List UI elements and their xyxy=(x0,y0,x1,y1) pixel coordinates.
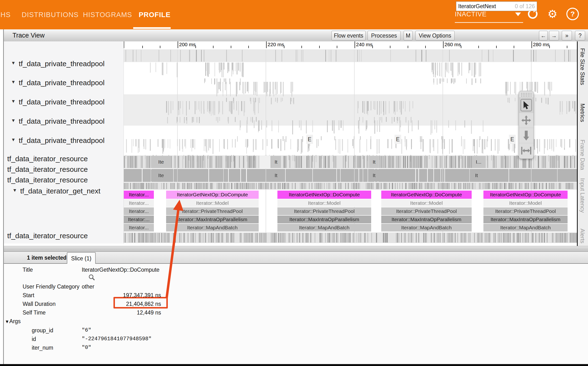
flow-events-button[interactable]: Flow events xyxy=(331,31,366,40)
ruler-minor-tick xyxy=(160,46,160,48)
tab-hs[interactable]: HS xyxy=(0,9,11,20)
collapse-triangle-icon[interactable]: ▼ xyxy=(11,137,16,142)
tab-histograms[interactable]: HISTOGRAMS xyxy=(83,9,132,20)
track-label-column: ▼tf_data_private_threadpool▼tf_data_priv… xyxy=(4,41,124,244)
detail-field-label: Start xyxy=(22,292,34,299)
tab-profile[interactable]: PROFILE xyxy=(139,9,171,20)
view-options-button[interactable]: View Options xyxy=(415,31,455,40)
side-tab-frame-data[interactable]: Frame Data xyxy=(579,140,586,177)
resource-slice-label[interactable]: Ite xyxy=(151,156,171,168)
slice-iterator-substep[interactable]: Iterator::Model xyxy=(483,199,567,207)
resource-slice-label[interactable]: It xyxy=(271,156,281,168)
collapse-triangle-icon[interactable]: ▼ xyxy=(11,79,16,85)
side-tab-metrics[interactable]: Metrics xyxy=(579,103,586,131)
slice-iterator-substep[interactable]: Iterator::Model xyxy=(381,199,472,207)
find-slice-magnifier-icon[interactable] xyxy=(88,274,96,282)
timeline-ruler[interactable]: 200 ms220 ms240 ms260 ms280 ms xyxy=(124,41,577,48)
slice-iterator-substep[interactable]: Iterator... xyxy=(124,207,154,215)
track-label-iterator-resource[interactable]: tf_data_iterator_resource xyxy=(7,165,88,174)
resource-slice-label[interactable]: It xyxy=(271,169,281,182)
track-label-private-threadpool[interactable]: tf_data_private_threadpool xyxy=(19,78,105,87)
tab-slice[interactable]: Slice (1) xyxy=(67,252,96,264)
resource-slice-label[interactable]: It xyxy=(369,156,379,168)
slice-iterator-getnext[interactable]: IteratorGetNextOp::DoCompute xyxy=(277,191,371,199)
slice-iterator-substep[interactable]: Iterator::PrivateThreadPool xyxy=(277,207,371,215)
event-marker-e[interactable]: E xyxy=(509,135,516,144)
ruler-minor-tick xyxy=(478,46,479,48)
slice-iterator-substep[interactable]: Iterator:... xyxy=(124,216,154,223)
horizontal-scrollbar[interactable] xyxy=(4,246,588,251)
args-expander-triangle[interactable]: ▼ xyxy=(5,319,9,324)
select-tool-button[interactable] xyxy=(519,98,533,113)
ruler-tick-label: 200 ms xyxy=(179,42,196,47)
ruler-major-tick xyxy=(266,41,267,48)
resource-slice-label[interactable]: Ite xyxy=(151,169,171,182)
palette-drag-handle[interactable] xyxy=(521,93,532,97)
resource-slice-label[interactable]: I... xyxy=(472,156,485,168)
settings-gear-icon[interactable]: ⚙ xyxy=(546,8,559,20)
arg-value: "6" xyxy=(82,327,91,334)
chevron-down-icon[interactable] xyxy=(515,13,521,16)
slice-iterator-getnext[interactable]: IteratorGetNextOp::DoCompute xyxy=(381,191,472,199)
slice-iterator-substep[interactable]: Iterator... xyxy=(124,224,154,231)
profiler-window: HSDISTRIBUTIONSHISTOGRAMSPROFILE INACTIV… xyxy=(0,0,588,366)
help-icon[interactable]: ? xyxy=(566,8,579,20)
slice-iterator-substep[interactable]: Iterator::MaxIntraOpParallelism xyxy=(381,216,472,223)
track-label-iterator-resource[interactable]: tf_data_iterator_resource xyxy=(7,154,88,163)
pan-tool-button[interactable] xyxy=(519,113,533,128)
event-marker-e[interactable]: E xyxy=(395,135,401,144)
slice-iterator-substep[interactable]: Iterator::Model xyxy=(166,199,259,207)
track-label-iterator-resource[interactable]: tf_data_iterator_resource xyxy=(7,176,88,184)
prev-result-button[interactable]: ← xyxy=(539,31,548,40)
track-label-private-threadpool[interactable]: tf_data_private_threadpool xyxy=(19,117,105,126)
ruler-minor-tick xyxy=(319,46,320,48)
resource-slice-label[interactable]: It xyxy=(471,169,482,182)
expand-button[interactable]: » xyxy=(562,31,572,40)
slice-iterator-substep[interactable]: Iterator::MaxIntraOpParallelism xyxy=(277,216,371,223)
slice-iterator-substep[interactable]: Iterator::MaxIntraOpParallelism xyxy=(166,216,259,223)
resource-slice-label[interactable]: It xyxy=(369,169,379,182)
search-input[interactable] xyxy=(458,2,512,11)
track-label-private-threadpool[interactable]: tf_data_private_threadpool xyxy=(19,136,105,145)
tab-distributions[interactable]: DISTRIBUTIONS xyxy=(22,9,79,20)
collapse-triangle-icon[interactable]: ▼ xyxy=(11,99,16,104)
ruler-minor-tick xyxy=(231,46,231,48)
ruler-tick-label: 220 ms xyxy=(268,42,284,47)
collapse-triangle-icon[interactable]: ▼ xyxy=(13,188,17,193)
processes-button[interactable]: Processes xyxy=(368,31,400,40)
collapse-triangle-icon[interactable]: ▼ xyxy=(11,118,16,123)
timing-tool-button[interactable] xyxy=(519,143,533,158)
slice-iterator-getnext[interactable]: Iterator... xyxy=(124,191,154,199)
track-label-iterator-get-next[interactable]: tf_data_iterator_get_next xyxy=(20,187,101,195)
trace-search-box[interactable]: 0 of 126 xyxy=(456,1,537,11)
track-label-iterator-resource[interactable]: tf_data_iterator_resource xyxy=(7,231,88,240)
slice-iterator-getnext[interactable]: IteratorGetNextOp::DoCompute xyxy=(483,191,567,199)
slice-iterator-substep[interactable]: Iterator::PrivateThreadPool xyxy=(483,207,567,215)
track-label-private-threadpool[interactable]: tf_data_private_threadpool xyxy=(19,98,105,106)
track-label-private-threadpool[interactable]: tf_data_private_threadpool xyxy=(19,60,105,68)
left-gutter xyxy=(0,29,3,364)
slice-iterator-substep[interactable]: Iterator::Model xyxy=(277,199,371,207)
slice-iterator-substep[interactable]: Iterator::MapAndBatch xyxy=(166,224,259,231)
slice-iterator-substep[interactable]: Iterator::PrivateThreadPool xyxy=(381,207,472,215)
m-button[interactable]: M xyxy=(404,31,412,40)
event-marker-e[interactable]: E xyxy=(306,135,313,144)
slice-iterator-substep[interactable]: Iterator::MaxIntraOpParallelism xyxy=(483,216,567,223)
zoom-tool-button[interactable] xyxy=(519,128,533,143)
panel-title: Trace View xyxy=(13,29,45,41)
slice-iterator-substep[interactable]: Iterator::MapAndBatch xyxy=(381,224,472,231)
trace-help-button[interactable]: ? xyxy=(575,31,585,40)
active-tab-indicator xyxy=(133,27,171,29)
slice-iterator-substep[interactable]: Iterator::PrivateThreadPool xyxy=(166,207,259,215)
slice-iterator-substep[interactable]: Iterator... xyxy=(124,199,154,207)
slice-iterator-getnext-selected[interactable]: IteratorGetNextOp::DoCompute xyxy=(166,191,259,199)
next-result-button[interactable]: → xyxy=(549,31,559,40)
collapse-triangle-icon[interactable]: ▼ xyxy=(11,61,16,66)
ruler-minor-tick xyxy=(284,46,284,48)
side-tab-input-latency[interactable]: Input Latency xyxy=(579,178,586,223)
slice-iterator-substep[interactable]: Iterator::MapAndBatch xyxy=(483,224,567,231)
slice-iterator-substep[interactable]: Iterator::MapAndBatch xyxy=(277,224,371,231)
side-tab-file-size-stats[interactable]: File Size Stats xyxy=(579,48,586,94)
detail-field-value: 12,449 ns xyxy=(82,309,161,316)
ruler-minor-tick xyxy=(213,46,213,48)
